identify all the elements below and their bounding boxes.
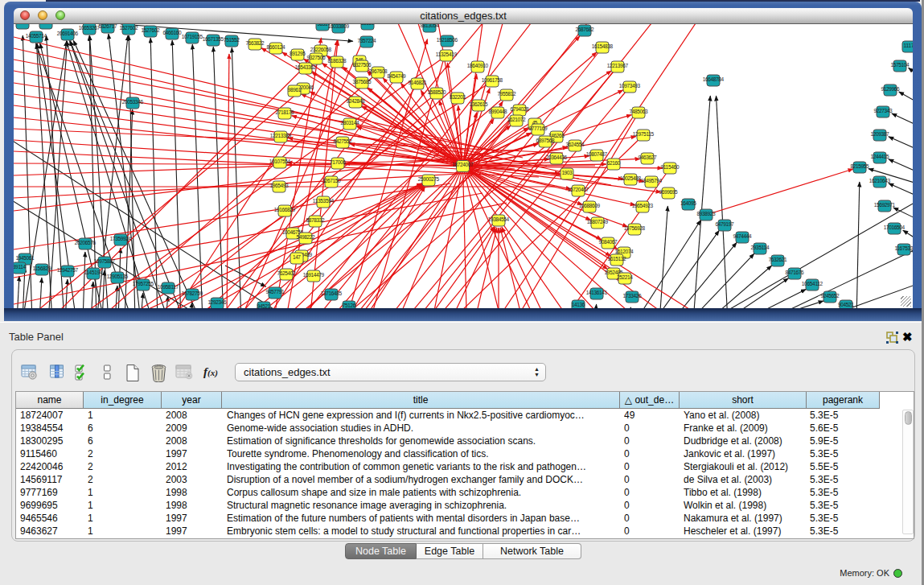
svg-text:16033809: 16033809 (328, 24, 350, 29)
svg-text:1527602: 1527602 (141, 27, 159, 33)
svg-text:12213389: 12213389 (270, 133, 292, 138)
svg-text:1167533: 1167533 (894, 245, 913, 251)
svg-text:19756928: 19756928 (624, 225, 646, 231)
svg-text:3267150: 3267150 (322, 178, 340, 183)
svg-text:1156829: 1156829 (32, 266, 51, 271)
svg-text:98961: 98961 (288, 87, 302, 93)
svg-text:1362615: 1362615 (469, 101, 487, 107)
svg-text:9327506: 9327506 (352, 62, 371, 68)
svg-text:10719155: 10719155 (182, 34, 203, 39)
svg-text:20364436: 20364436 (546, 154, 568, 160)
svg-text:15692971: 15692971 (874, 202, 896, 208)
svg-text:10025488: 10025488 (620, 175, 642, 181)
svg-text:18640910: 18640910 (467, 63, 489, 68)
svg-text:6466160: 6466160 (162, 30, 181, 35)
svg-text:2967608: 2967608 (368, 68, 387, 74)
svg-text:16782759: 16782759 (182, 290, 203, 296)
svg-text:10653267: 10653267 (79, 25, 101, 31)
svg-text:20206576: 20206576 (75, 240, 97, 245)
svg-text:9129966: 9129966 (881, 86, 899, 92)
svg-text:8427552: 8427552 (333, 138, 351, 144)
svg-text:39114: 39114 (14, 264, 27, 270)
svg-text:16543362: 16543362 (295, 64, 317, 70)
svg-text:1292346: 1292346 (207, 299, 226, 305)
svg-text:2803144: 2803144 (340, 120, 359, 126)
svg-text:7955812: 7955812 (497, 91, 515, 97)
svg-text:9631: 9631 (317, 24, 328, 27)
svg-text:1145194: 1145194 (84, 270, 102, 275)
svg-text:8454749: 8454749 (387, 73, 405, 79)
svg-text:18724007: 18724007 (452, 162, 474, 167)
svg-text:1903: 1903 (561, 170, 573, 175)
svg-text:8938923: 8938923 (696, 211, 715, 216)
svg-text:751552: 751552 (224, 37, 240, 43)
svg-text:9327506: 9327506 (306, 55, 325, 60)
svg-text:10107554: 10107554 (269, 159, 291, 164)
svg-text:23226058: 23226058 (310, 47, 332, 52)
svg-text:16210643: 16210643 (869, 178, 891, 183)
svg-text:1575104: 1575104 (890, 62, 909, 68)
svg-text:15720407: 15720407 (568, 187, 589, 192)
svg-text:16154838: 16154838 (592, 43, 614, 49)
svg-text:2718176: 2718176 (275, 109, 294, 115)
svg-text:5326717: 5326717 (98, 24, 117, 29)
svg-text:7357224: 7357224 (357, 38, 376, 43)
svg-text:3875685: 3875685 (352, 79, 371, 84)
svg-text:10975887: 10975887 (94, 258, 116, 264)
svg-text:17359924: 17359924 (110, 236, 132, 241)
svg-text:147: 147 (293, 254, 301, 260)
svg-text:20691406: 20691406 (57, 31, 79, 36)
svg-text:16671355: 16671355 (203, 36, 224, 42)
svg-text:6897568: 6897568 (536, 138, 554, 143)
svg-text:10807487: 10807487 (586, 151, 608, 157)
svg-text:8990448: 8990448 (488, 109, 507, 114)
svg-text:9474444: 9474444 (733, 233, 751, 239)
svg-text:9146821: 9146821 (408, 80, 426, 85)
svg-text:10958117: 10958117 (158, 284, 179, 290)
svg-text:6794028: 6794028 (510, 106, 528, 112)
svg-text:7632621: 7632621 (768, 257, 786, 262)
svg-text:10961758: 10961758 (482, 77, 503, 83)
svg-text:7625402: 7625402 (277, 270, 295, 276)
svg-text:10654112: 10654112 (802, 281, 823, 286)
svg-text:12942757: 12942757 (57, 267, 79, 273)
svg-text:11325419: 11325419 (436, 51, 458, 57)
svg-text:2935114: 2935114 (750, 245, 769, 250)
svg-text:14136141: 14136141 (586, 290, 608, 295)
svg-text:5498222: 5498222 (296, 234, 314, 240)
svg-text:1527602: 1527602 (119, 25, 138, 31)
svg-text:1612074: 1612074 (614, 249, 633, 254)
svg-text:8878332: 8878332 (306, 217, 324, 223)
svg-text:1615132: 1615132 (607, 256, 626, 262)
svg-text:9245652: 9245652 (820, 293, 839, 299)
svg-text:9777169: 9777169 (528, 126, 547, 131)
svg-text:252214: 252214 (617, 274, 633, 280)
svg-text:9242848: 9242848 (346, 98, 364, 104)
svg-text:9457791: 9457791 (265, 289, 284, 295)
svg-text:904521: 904521 (838, 302, 854, 307)
svg-text:8186328: 8186328 (327, 58, 346, 64)
svg-text:19384554: 19384554 (488, 216, 510, 222)
svg-text:9699695: 9699695 (659, 189, 677, 195)
svg-text:8215955: 8215955 (850, 163, 869, 169)
svg-text:1209387: 1209387 (870, 131, 889, 137)
svg-text:9463627: 9463627 (638, 154, 656, 160)
svg-text:17957255: 17957255 (133, 281, 154, 286)
svg-text:25900275: 25900275 (418, 176, 440, 182)
svg-text:62160: 62160 (607, 160, 621, 166)
svg-text:11353594: 11353594 (313, 198, 335, 204)
svg-text:13716485: 13716485 (321, 290, 343, 296)
svg-text:19166829: 19166829 (274, 207, 296, 212)
svg-text:75126: 75126 (343, 303, 356, 308)
svg-text:16914479: 16914479 (303, 272, 325, 278)
svg-text:12213967: 12213967 (607, 63, 629, 68)
svg-text:9115460: 9115460 (660, 164, 679, 170)
svg-text:891295: 891295 (290, 51, 306, 56)
svg-text:1965493: 1965493 (269, 183, 288, 188)
svg-text:1244415: 1244415 (870, 154, 889, 159)
svg-text:14055714: 14055714 (26, 33, 47, 39)
svg-text:8471676: 8471676 (785, 270, 803, 275)
svg-text:12905135: 12905135 (107, 274, 129, 279)
svg-text:9084067: 9084067 (598, 239, 617, 245)
svg-text:1588520: 1588520 (427, 89, 446, 95)
